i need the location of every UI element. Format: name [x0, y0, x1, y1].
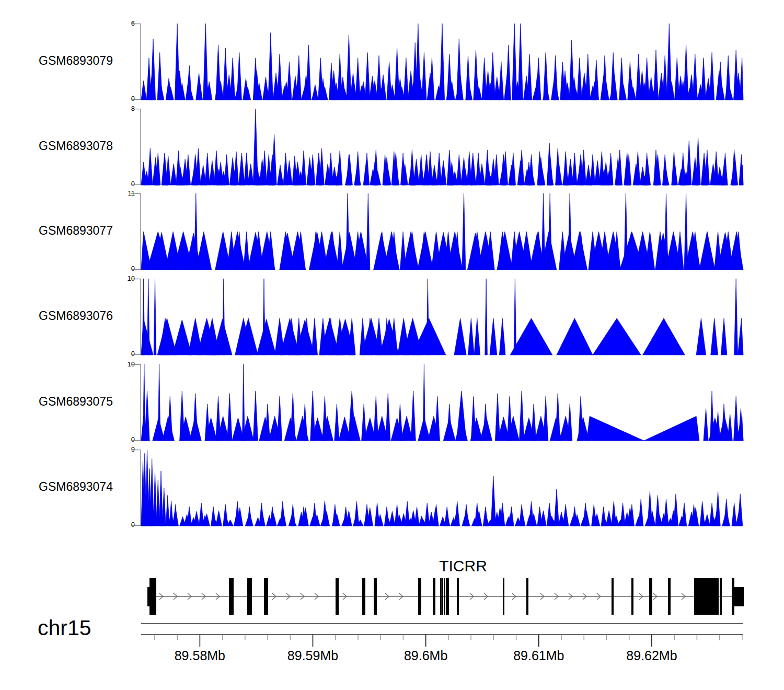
track-name-label: GSM6893079 — [39, 54, 113, 68]
gene-exon-box — [720, 578, 722, 615]
gene-exon-box — [457, 578, 459, 615]
gene-exon-box — [362, 578, 365, 615]
gene-exon-box — [694, 578, 719, 615]
gene-exon-box — [440, 578, 442, 615]
gene-exon-box — [418, 578, 421, 615]
gene-exon-box — [732, 578, 734, 615]
gene-exon-box — [503, 578, 504, 615]
track-name-label: GSM6893076 — [39, 309, 113, 323]
axis-tick-label: 89.59Mb — [276, 648, 350, 663]
gene-exon-box — [264, 578, 268, 615]
track-name-label: GSM6893077 — [39, 224, 113, 238]
gene-exon-box — [336, 578, 339, 615]
gene-exon-box — [631, 578, 633, 615]
track-name-label: GSM6893078 — [39, 139, 113, 153]
coverage-tracks: GSM689307960GSM689307880GSM6893077110GSM… — [0, 0, 784, 554]
gene-exon-box — [668, 578, 671, 615]
gene-exon-box — [442, 578, 443, 615]
axis-tick-label: 89.61Mb — [502, 648, 575, 663]
gene-exon-box — [374, 578, 377, 615]
gene-exon-box — [446, 578, 449, 615]
coverage-plot — [130, 109, 743, 185]
axis-tick-label: 89.62Mb — [615, 648, 688, 663]
gene-exon-box — [149, 578, 156, 615]
track-name-label: GSM6893075 — [39, 395, 113, 409]
gene-model-track — [141, 575, 747, 619]
coverage-plot — [130, 279, 743, 355]
axis-tick-label: 89.6Mb — [389, 648, 463, 663]
track-name-label: GSM6893074 — [39, 480, 113, 494]
gene-utr-box — [734, 587, 744, 606]
chromosome-label: chr15 — [38, 616, 91, 640]
gene-exon-box — [229, 578, 234, 615]
gene-exon-box — [444, 578, 445, 615]
gene-exon-box — [247, 578, 252, 615]
genome-axis-track — [141, 621, 753, 650]
gene-exon-box — [526, 578, 528, 615]
coverage-plot — [130, 450, 743, 526]
genome-browser-figure: GSM689307960GSM689307880GSM6893077110GSM… — [0, 0, 784, 690]
gene-exon-box — [433, 578, 435, 615]
gene-exon-box — [649, 578, 652, 615]
coverage-plot — [130, 364, 743, 441]
coverage-plot — [130, 24, 743, 100]
gene-name-label: TICRR — [400, 557, 526, 575]
axis-tick-label: 89.58Mb — [163, 648, 236, 663]
gene-exon-box — [612, 578, 614, 615]
coverage-plot — [130, 193, 743, 270]
